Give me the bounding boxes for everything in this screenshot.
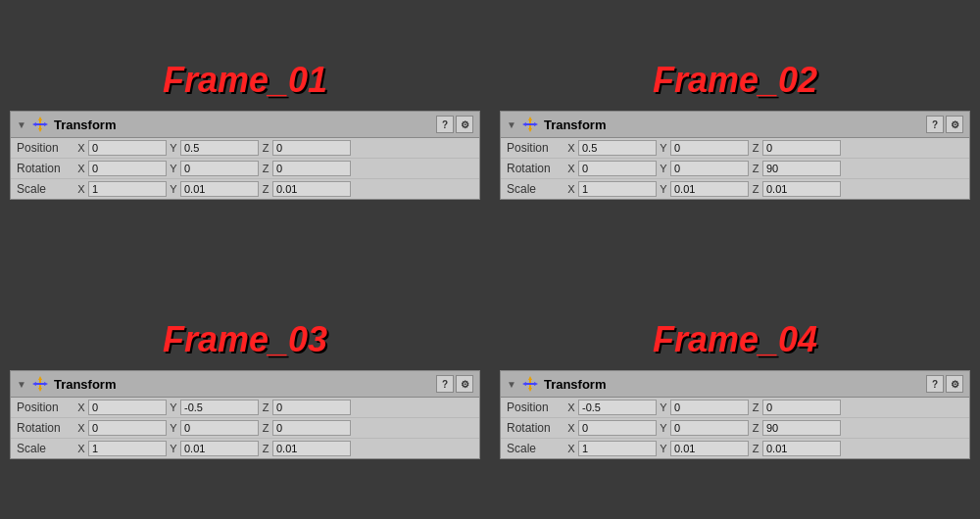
y-label-rot-01: Y <box>168 163 179 174</box>
rotation-z-02[interactable] <box>762 161 841 176</box>
rotation-x-03[interactable] <box>88 420 167 436</box>
y-label-sc-01: Y <box>168 183 179 195</box>
rotation-label-03: Rotation <box>17 421 75 435</box>
svg-marker-11 <box>534 122 538 126</box>
svg-marker-17 <box>44 382 48 386</box>
position-z-01[interactable] <box>272 140 351 156</box>
position-label-02: Position <box>507 141 565 155</box>
transform-panel-02: ▼ Transform ? ⚙ Position X <box>500 111 970 200</box>
rotation-x-01[interactable] <box>88 161 167 176</box>
scale-y-04[interactable] <box>670 441 749 456</box>
position-label-01: Position <box>17 141 75 155</box>
svg-marker-8 <box>528 117 532 120</box>
x-label-rot-01: X <box>75 163 87 174</box>
rotation-y-02[interactable] <box>670 161 749 176</box>
rotation-z-03[interactable] <box>272 420 351 436</box>
rotation-coords-04: X Y Z <box>565 420 963 436</box>
scale-z-02[interactable] <box>762 181 841 197</box>
rotation-x-04[interactable] <box>578 420 657 436</box>
collapse-arrow-04[interactable]: ▼ <box>507 379 516 390</box>
panel-title-02: Transform <box>544 118 920 132</box>
rotation-z-04[interactable] <box>762 420 841 436</box>
x-label-pos-04: X <box>565 401 577 413</box>
scale-x-03[interactable] <box>88 441 167 456</box>
scale-label-01: Scale <box>17 182 75 196</box>
position-row-01: Position X Y Z <box>11 138 479 159</box>
help-button-01[interactable]: ? <box>436 116 454 133</box>
rotation-y-03[interactable] <box>180 420 259 436</box>
position-coords-04: X Y Z <box>565 400 963 415</box>
frame02-title: Frame_02 <box>653 60 817 101</box>
rotation-coords-01: X Y Z <box>75 161 473 176</box>
rotation-label-01: Rotation <box>17 162 75 175</box>
scale-x-01[interactable] <box>88 181 167 197</box>
y-label-pos-02: Y <box>658 142 669 154</box>
position-y-02[interactable] <box>670 140 749 156</box>
position-y-04[interactable] <box>670 400 749 415</box>
svg-marker-10 <box>522 122 526 126</box>
transform-icon-04 <box>522 376 538 392</box>
scale-label-02: Scale <box>507 182 565 196</box>
gear-button-03[interactable]: ⚙ <box>456 375 473 393</box>
y-label-rot-02: Y <box>658 163 669 174</box>
collapse-arrow-01[interactable]: ▼ <box>17 119 26 130</box>
scale-y-01[interactable] <box>180 181 259 197</box>
svg-marker-2 <box>38 117 42 120</box>
panel-header-01: ▼ Transform ? ⚙ <box>11 112 479 138</box>
position-y-01[interactable] <box>180 140 259 156</box>
position-z-04[interactable] <box>762 400 841 415</box>
y-label-sc-02: Y <box>658 183 669 195</box>
gear-button-04[interactable]: ⚙ <box>946 375 963 393</box>
y-label-pos-04: Y <box>658 401 669 413</box>
quadrant-frame04: Frame_04 ▼ Transform ? ⚙ Position <box>490 260 980 519</box>
scale-x-04[interactable] <box>578 441 657 456</box>
rotation-y-01[interactable] <box>180 161 259 176</box>
svg-marker-9 <box>528 128 532 132</box>
rotation-label-04: Rotation <box>507 421 565 435</box>
scale-z-01[interactable] <box>272 181 351 197</box>
transform-panel-03: ▼ Transform ? ⚙ Position X <box>10 370 480 459</box>
scale-z-03[interactable] <box>272 441 351 456</box>
z-label-pos-01: Z <box>260 142 271 154</box>
help-button-04[interactable]: ? <box>926 375 944 393</box>
help-button-03[interactable]: ? <box>436 375 454 393</box>
rotation-y-04[interactable] <box>670 420 749 436</box>
position-x-03[interactable] <box>88 400 167 415</box>
gear-button-01[interactable]: ⚙ <box>456 116 473 133</box>
quadrant-frame01: Frame_01 ▼ Transform ? ⚙ Position <box>0 0 490 260</box>
svg-marker-23 <box>534 382 538 386</box>
scale-y-02[interactable] <box>670 181 749 197</box>
transform-panel-04: ▼ Transform ? ⚙ Position X <box>500 370 970 459</box>
rotation-z-01[interactable] <box>272 161 351 176</box>
collapse-arrow-02[interactable]: ▼ <box>507 119 516 130</box>
gear-button-02[interactable]: ⚙ <box>946 116 963 133</box>
x-label-rot-04: X <box>565 422 577 434</box>
position-y-03[interactable] <box>180 400 259 415</box>
position-z-02[interactable] <box>762 140 841 156</box>
position-x-02[interactable] <box>578 140 657 156</box>
scale-y-03[interactable] <box>180 441 259 456</box>
z-label-sc-02: Z <box>750 183 761 195</box>
position-z-03[interactable] <box>272 400 351 415</box>
quadrant-frame03: Frame_03 ▼ Transform ? ⚙ Position <box>0 260 490 519</box>
svg-marker-22 <box>522 382 526 386</box>
frame01-title: Frame_01 <box>163 60 327 101</box>
svg-marker-15 <box>38 388 42 392</box>
y-label-pos-03: Y <box>168 401 179 413</box>
help-button-02[interactable]: ? <box>926 116 944 133</box>
position-coords-01: X Y Z <box>75 140 473 156</box>
position-x-01[interactable] <box>88 140 167 156</box>
z-label-rot-02: Z <box>750 163 761 174</box>
x-label-sc-04: X <box>565 443 577 454</box>
quadrant-frame02: Frame_02 ▼ Transform ? ⚙ Position <box>490 0 980 260</box>
z-label-rot-03: Z <box>260 422 271 434</box>
scale-row-01: Scale X Y Z <box>11 179 479 199</box>
z-label-sc-01: Z <box>260 183 271 195</box>
collapse-arrow-03[interactable]: ▼ <box>17 379 26 390</box>
rotation-row-03: Rotation X Y Z <box>11 418 479 439</box>
scale-coords-04: X Y Z <box>565 441 963 456</box>
rotation-x-02[interactable] <box>578 161 657 176</box>
scale-x-02[interactable] <box>578 181 657 197</box>
position-x-04[interactable] <box>578 400 657 415</box>
scale-z-04[interactable] <box>762 441 841 456</box>
